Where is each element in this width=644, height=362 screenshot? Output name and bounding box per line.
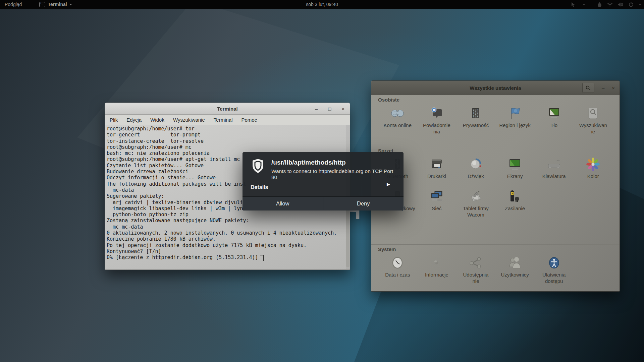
shield-icon [251, 158, 265, 180]
settings-item-zasilanie[interactable]: + Zasilanie [496, 189, 534, 221]
close-button[interactable]: × [612, 85, 615, 90]
svg-text:2: 2 [473, 109, 475, 111]
app-menu-button[interactable]: Terminal [36, 0, 75, 9]
displays-icon [507, 157, 523, 172]
printer-icon [429, 157, 444, 172]
background-icon [546, 106, 562, 121]
power-battery-icon: + [507, 189, 523, 204]
accessibility-icon [546, 255, 562, 270]
settings-item-drukarki[interactable]: Drukarki [418, 157, 455, 189]
section-sprzet: Sprzęt Bluetooth Drukarki [371, 148, 620, 221]
search-button[interactable] [582, 83, 594, 93]
firewall-dialog: /usr/lib/apt/methods/http Wants to conne… [243, 152, 404, 210]
section-osobiste: Osobiste Konta online ✱ Powiadomienia [371, 97, 620, 138]
top-bar: Podgląd Terminal sob 3 lut, 09:40 [0, 0, 644, 9]
sound-knob-icon [468, 157, 483, 172]
settings-item-siec[interactable]: Sieć [418, 189, 455, 221]
network-icon [429, 189, 444, 204]
settings-item-label: Drukarki [427, 173, 446, 179]
settings-item-ulatwienia-dostepu[interactable]: Ułatwienia dostępu [535, 255, 573, 287]
settings-item-label: Data i czas [385, 272, 410, 278]
section-system: System Data i czas Informacje [371, 244, 620, 287]
settings-item-powiadomienia[interactable]: ✱ Powiadomienia [418, 106, 455, 138]
menu-edycja[interactable]: Edycja [126, 117, 142, 123]
settings-item-tlo[interactable]: Tło [535, 106, 573, 138]
section-header: Osobiste [378, 97, 613, 104]
svg-text:2: 2 [475, 113, 477, 115]
settings-item-label: Informacje [425, 272, 448, 278]
settings-item-informacje[interactable]: Informacje [418, 255, 455, 287]
terminal-titlebar[interactable]: Terminal – □ × [105, 103, 350, 115]
settings-item-label: Ekrany [507, 173, 523, 179]
system-tray[interactable] [571, 0, 641, 9]
clock[interactable]: sob 3 lut, 09:40 [306, 0, 338, 9]
settings-item-udostepnianie[interactable]: Udostępnianie [457, 255, 494, 287]
online-accounts-icon [390, 106, 405, 121]
settings-item-label: Kolor [587, 173, 599, 179]
minimize-button[interactable]: – [602, 85, 604, 90]
settings-item-label: Wyszukiwanie [579, 122, 607, 135]
menu-terminal[interactable]: Terminal [214, 117, 233, 123]
settings-item-ekrany[interactable]: Ekrany [496, 157, 534, 189]
settings-item-konta-online[interactable]: Konta online [379, 106, 416, 138]
expander-arrow-icon[interactable]: ▶ [387, 182, 390, 187]
wifi-icon [607, 2, 613, 7]
settings-item-label: Zasilanie [505, 205, 525, 212]
menu-wyszukiwanie[interactable]: Wyszukiwanie [173, 117, 205, 123]
power-icon [629, 2, 634, 7]
settings-item-dzwiek[interactable]: Dźwięk [457, 157, 494, 189]
dialog-message: Wants to connect to httpredir.debian.org… [271, 168, 396, 180]
settings-item-region-jezyk[interactable]: Region i język [496, 106, 534, 138]
desktop: H Podgląd Terminal sob 3 lut, 09:40 [0, 0, 644, 362]
menu-pomoc[interactable]: Pomoc [241, 117, 257, 123]
svg-text:2: 2 [477, 115, 479, 117]
allow-button[interactable]: Allow [243, 197, 323, 210]
sharing-icon [468, 255, 483, 270]
gear-icon [429, 255, 444, 270]
chevron-down-icon [639, 4, 641, 5]
pointer-icon[interactable] [571, 2, 576, 7]
minimize-button[interactable]: – [314, 106, 319, 111]
menu-widok[interactable]: Widok [150, 117, 164, 123]
terminal-cursor [260, 255, 264, 261]
svg-text:1: 1 [475, 115, 477, 118]
deny-button[interactable]: Deny [323, 197, 404, 210]
chevron-down-icon [583, 4, 585, 5]
settings-item-prywatnosc[interactable]: 234123012 Prywatność [457, 106, 494, 138]
wacom-tablet-icon [468, 189, 483, 204]
svg-text:3: 3 [477, 112, 479, 114]
settings-item-label: Udostępnianie [462, 272, 490, 284]
settings-titlebar[interactable]: Wszystkie ustawienia – × [371, 81, 620, 95]
search-settings-icon [585, 106, 601, 121]
svg-text:4: 4 [477, 109, 479, 111]
scrollbar-thumb[interactable] [346, 201, 350, 267]
settings-window: Wszystkie ustawienia – × Osobiste Konta … [371, 80, 620, 292]
settings-item-data-czas[interactable]: Data i czas [379, 255, 416, 287]
app-menu-label: Terminal [48, 2, 67, 7]
volume-icon [618, 2, 624, 7]
settings-item-label: Użytkownicy [501, 272, 529, 278]
settings-item-tablet-wacom[interactable]: Tablet firmy Wacom [457, 189, 494, 221]
settings-item-kolor[interactable]: Kolor [574, 157, 612, 189]
activities-button[interactable]: Podgląd [0, 0, 26, 9]
settings-item-label: Tło [550, 122, 557, 128]
settings-item-klawiatura[interactable]: Klawiatura [535, 157, 573, 189]
settings-item-wyszukiwanie[interactable]: Wyszukiwanie [574, 106, 612, 138]
settings-item-label: Powiadomienia [423, 122, 451, 135]
menu-plik[interactable]: Plik [110, 117, 118, 123]
close-button[interactable]: × [340, 106, 346, 111]
settings-item-uzytkownicy[interactable]: Użytkownicy [496, 255, 534, 287]
terminal-window-title: Terminal [217, 106, 237, 112]
maximize-button[interactable]: □ [327, 106, 332, 111]
svg-text:3: 3 [475, 110, 477, 112]
terminal-app-icon [39, 2, 45, 7]
color-flower-icon [585, 157, 601, 172]
details-expander[interactable]: Details [251, 184, 268, 190]
keyboard-icon [546, 157, 562, 172]
settings-item-label: Konta online [384, 122, 412, 128]
region-language-flag-icon [507, 106, 523, 121]
onion-icon [597, 2, 602, 7]
chevron-down-icon [69, 4, 72, 5]
settings-window-title: Wszystkie ustawienia [470, 85, 521, 91]
clock-icon [390, 255, 405, 270]
